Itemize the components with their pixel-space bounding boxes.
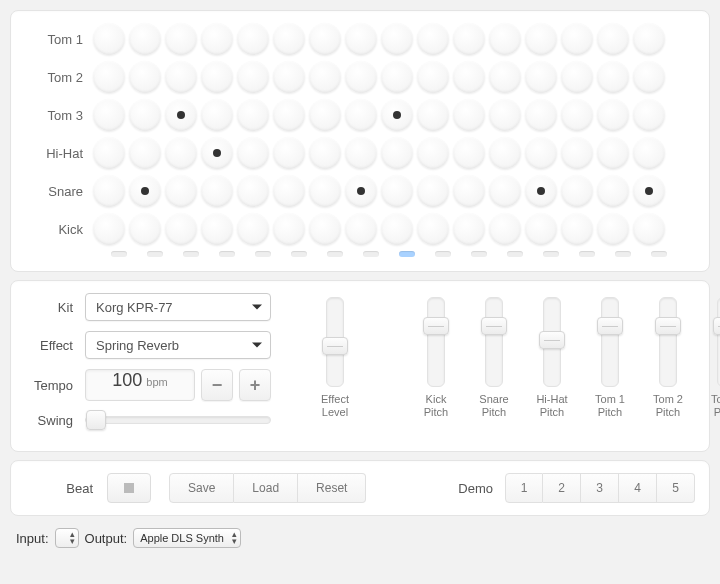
step-button[interactable] bbox=[453, 23, 485, 55]
step-button[interactable] bbox=[525, 213, 557, 245]
step-button[interactable] bbox=[453, 61, 485, 93]
step-button[interactable] bbox=[201, 23, 233, 55]
step-button[interactable] bbox=[129, 99, 161, 131]
step-button[interactable] bbox=[273, 99, 305, 131]
step-button[interactable] bbox=[345, 137, 377, 169]
step-button[interactable] bbox=[237, 137, 269, 169]
step-button[interactable] bbox=[417, 137, 449, 169]
pitch-slider[interactable]: KickPitch bbox=[414, 297, 458, 419]
step-button[interactable] bbox=[273, 213, 305, 245]
step-button[interactable] bbox=[165, 99, 197, 131]
step-button[interactable] bbox=[237, 99, 269, 131]
step-button[interactable] bbox=[417, 61, 449, 93]
step-button[interactable] bbox=[381, 175, 413, 207]
step-button[interactable] bbox=[417, 23, 449, 55]
step-button[interactable] bbox=[525, 61, 557, 93]
step-button[interactable] bbox=[309, 61, 341, 93]
step-button[interactable] bbox=[237, 23, 269, 55]
pitch-slider[interactable]: EffectLevel bbox=[313, 297, 357, 419]
demo-button[interactable]: 1 bbox=[505, 473, 543, 503]
step-button[interactable] bbox=[93, 61, 125, 93]
step-button[interactable] bbox=[633, 23, 665, 55]
step-button[interactable] bbox=[129, 23, 161, 55]
step-button[interactable] bbox=[489, 175, 521, 207]
tempo-increase-button[interactable]: + bbox=[239, 369, 271, 401]
step-button[interactable] bbox=[381, 61, 413, 93]
step-button[interactable] bbox=[309, 23, 341, 55]
step-button[interactable] bbox=[525, 99, 557, 131]
step-button[interactable] bbox=[237, 175, 269, 207]
step-button[interactable] bbox=[237, 213, 269, 245]
save-button[interactable]: Save bbox=[169, 473, 234, 503]
step-button[interactable] bbox=[93, 137, 125, 169]
step-button[interactable] bbox=[201, 99, 233, 131]
step-button[interactable] bbox=[345, 99, 377, 131]
tempo-decrease-button[interactable]: − bbox=[201, 369, 233, 401]
step-button[interactable] bbox=[165, 137, 197, 169]
step-button[interactable] bbox=[345, 213, 377, 245]
step-button[interactable] bbox=[489, 61, 521, 93]
step-button[interactable] bbox=[273, 23, 305, 55]
step-button[interactable] bbox=[93, 23, 125, 55]
step-button[interactable] bbox=[633, 99, 665, 131]
step-button[interactable] bbox=[561, 213, 593, 245]
step-button[interactable] bbox=[561, 23, 593, 55]
demo-button[interactable]: 2 bbox=[543, 473, 581, 503]
pitch-slider[interactable]: Tom 2Pitch bbox=[646, 297, 690, 419]
effect-select[interactable]: Spring Reverb bbox=[85, 331, 271, 359]
output-select[interactable]: Apple DLS Synth ▴▾ bbox=[133, 528, 241, 548]
step-button[interactable] bbox=[201, 213, 233, 245]
step-button[interactable] bbox=[597, 23, 629, 55]
step-button[interactable] bbox=[93, 175, 125, 207]
step-button[interactable] bbox=[417, 213, 449, 245]
input-select[interactable]: ▴▾ bbox=[55, 528, 79, 548]
step-button[interactable] bbox=[597, 137, 629, 169]
step-button[interactable] bbox=[525, 137, 557, 169]
step-button[interactable] bbox=[417, 175, 449, 207]
kit-select[interactable]: Korg KPR-77 bbox=[85, 293, 271, 321]
step-button[interactable] bbox=[489, 99, 521, 131]
step-button[interactable] bbox=[597, 99, 629, 131]
step-button[interactable] bbox=[93, 99, 125, 131]
pitch-slider[interactable]: Tom 3Pitch bbox=[704, 297, 720, 419]
step-button[interactable] bbox=[165, 61, 197, 93]
demo-button[interactable]: 3 bbox=[581, 473, 619, 503]
step-button[interactable] bbox=[345, 175, 377, 207]
pitch-slider[interactable]: Tom 1Pitch bbox=[588, 297, 632, 419]
step-button[interactable] bbox=[201, 175, 233, 207]
step-button[interactable] bbox=[309, 137, 341, 169]
step-button[interactable] bbox=[417, 99, 449, 131]
play-stop-button[interactable] bbox=[107, 473, 151, 503]
step-button[interactable] bbox=[165, 213, 197, 245]
step-button[interactable] bbox=[309, 213, 341, 245]
swing-slider[interactable] bbox=[85, 411, 271, 429]
demo-button[interactable]: 5 bbox=[657, 473, 695, 503]
step-button[interactable] bbox=[633, 175, 665, 207]
step-button[interactable] bbox=[633, 213, 665, 245]
step-button[interactable] bbox=[453, 213, 485, 245]
step-button[interactable] bbox=[273, 137, 305, 169]
step-button[interactable] bbox=[381, 137, 413, 169]
reset-button[interactable]: Reset bbox=[298, 473, 366, 503]
step-button[interactable] bbox=[165, 175, 197, 207]
step-button[interactable] bbox=[633, 61, 665, 93]
step-button[interactable] bbox=[525, 175, 557, 207]
step-button[interactable] bbox=[237, 61, 269, 93]
step-button[interactable] bbox=[489, 213, 521, 245]
step-button[interactable] bbox=[489, 23, 521, 55]
step-button[interactable] bbox=[345, 23, 377, 55]
step-button[interactable] bbox=[381, 213, 413, 245]
step-button[interactable] bbox=[129, 213, 161, 245]
step-button[interactable] bbox=[381, 23, 413, 55]
step-button[interactable] bbox=[561, 99, 593, 131]
step-button[interactable] bbox=[561, 61, 593, 93]
pitch-slider[interactable]: SnarePitch bbox=[472, 297, 516, 419]
step-button[interactable] bbox=[453, 137, 485, 169]
step-button[interactable] bbox=[345, 61, 377, 93]
step-button[interactable] bbox=[129, 175, 161, 207]
step-button[interactable] bbox=[561, 137, 593, 169]
step-button[interactable] bbox=[453, 175, 485, 207]
step-button[interactable] bbox=[309, 99, 341, 131]
step-button[interactable] bbox=[93, 213, 125, 245]
step-button[interactable] bbox=[309, 175, 341, 207]
